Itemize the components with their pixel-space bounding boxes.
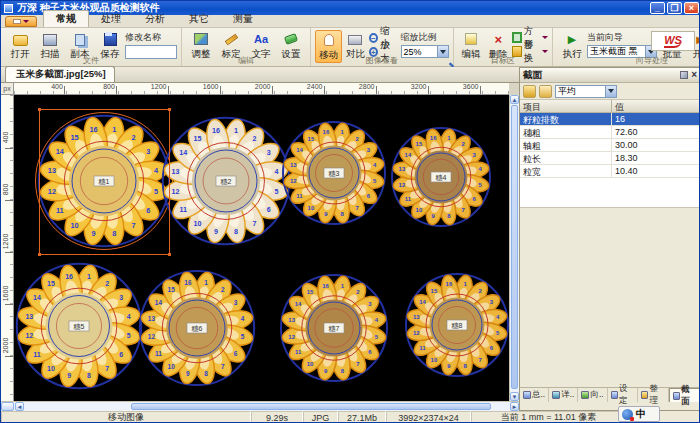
kernel-number: 7 [253, 220, 257, 228]
kernel-number: 16 [65, 273, 73, 280]
status-scale: 当前 1 mm = 11.01 像素 [471, 411, 626, 423]
kernel-number: 1 [87, 273, 91, 280]
pin-icon[interactable] [680, 71, 688, 79]
menu-tab-measure[interactable]: 测量 [221, 11, 265, 27]
corn-cob[interactable]: 12345678910111213141516穗5 [17, 264, 142, 389]
language-indicator: 中 [636, 407, 646, 421]
ribbon-group-target: 编辑 ×删除 方形 替换 目标区 [454, 28, 554, 66]
kernel-number: 16 [323, 129, 330, 135]
corn-cob[interactable]: 12345678910111213141516穗6 [140, 271, 255, 386]
ruler-label: 1600 [203, 83, 219, 90]
mode-select[interactable]: 平均 [555, 85, 617, 98]
column-header-value[interactable]: 值 [612, 100, 700, 112]
language-bar[interactable]: 中 [618, 406, 660, 422]
kernel-number: 13 [288, 317, 295, 323]
table-row[interactable]: 轴粗30.00 [520, 139, 700, 152]
tab-wizard[interactable]: 向.. [578, 388, 607, 402]
document-tab-strip: 玉米多截面.jpg[25%] [1, 67, 519, 83]
corn-cob[interactable]: 12345678910111213141516穗8 [406, 274, 508, 376]
kernel-number: 9 [186, 370, 190, 377]
cob-label: 穗7 [329, 325, 340, 333]
kernel-number: 1 [204, 279, 208, 286]
horizontal-scrollbar[interactable]: ◄ ► [1, 401, 519, 411]
kernel-number: 15 [47, 280, 55, 287]
kernel-number: 13 [399, 166, 406, 172]
edit-icon [465, 33, 477, 45]
selection-handle[interactable] [38, 108, 41, 111]
ruler-label: 2800 [359, 83, 375, 90]
panel-header: 截面 × [520, 68, 700, 83]
kernel-number: 11 [155, 350, 162, 357]
report-icon[interactable] [539, 85, 552, 98]
ruler-label: 400 [51, 83, 63, 90]
selection-handle[interactable] [168, 108, 171, 111]
table-row[interactable]: 粒宽10.40 [520, 165, 700, 178]
kernel-number: 11 [419, 345, 426, 351]
document-tab[interactable]: 玉米多截面.jpg[25%] [5, 66, 115, 82]
table-row[interactable]: 粒长18.30 [520, 152, 700, 165]
ruler-tick [376, 86, 377, 94]
delete-icon: × [494, 32, 502, 47]
ruler-tick [428, 86, 429, 94]
selection-rectangle[interactable] [39, 109, 170, 255]
group-label-wizard: 向导处理 [553, 55, 700, 66]
corn-cob[interactable]: 12345678910111213141516穗7 [281, 275, 388, 382]
open-folder-icon [13, 35, 28, 46]
vertical-scrollbar[interactable]: ▲ ▼ [509, 95, 519, 401]
panel-close-icon[interactable]: × [691, 71, 697, 79]
scroll-down-button[interactable]: ▼ [510, 392, 519, 401]
kernel-number: 14 [405, 152, 412, 158]
kernel-number: 7 [221, 363, 225, 370]
ruler-unit: px [1, 83, 14, 95]
kernel-number: 4 [241, 315, 245, 322]
ruler-tick [220, 86, 221, 94]
kernel-number: 1 [234, 127, 238, 135]
corn-cob[interactable]: 12345678910111213141516穗4 [392, 128, 490, 226]
selection-handle[interactable] [38, 253, 41, 256]
kernel-number: 12 [413, 330, 420, 336]
folder-icon [13, 19, 21, 24]
ribbon-group-view: 移动 对比 −缩小 +放大 缩放比例 25% 图像查看 [311, 28, 454, 66]
panel-empty-area [520, 208, 700, 334]
horizontal-scroll-thumb[interactable] [131, 403, 491, 410]
ruler-corner [1, 402, 14, 411]
image-canvas[interactable]: 12345678910111213141516穗1123456789101112… [14, 95, 509, 401]
section-panel: 截面 × 平均 项目 值 籽粒排数16 穗粗72.60 [519, 67, 700, 411]
kernel-number: 4 [275, 168, 279, 176]
corn-cob[interactable]: 12345678910111213141516穗3 [283, 122, 385, 224]
kernel-number: 5 [241, 333, 245, 340]
column-header-item[interactable]: 项目 [520, 100, 612, 112]
tab-section[interactable]: 截面 [669, 388, 700, 402]
tab-summary[interactable]: 总.. [520, 388, 549, 402]
kernel-number: 3 [234, 299, 238, 306]
menu-tab-analysis[interactable]: 分析 [133, 11, 177, 27]
kernel-number: 14 [419, 299, 426, 305]
ribbon-group-file: 打开 扫描 副本 保存 修改名称 文件 [1, 28, 182, 66]
selection-handle[interactable] [168, 253, 171, 256]
tab-setup[interactable]: 设定 [608, 388, 638, 402]
vertical-scroll-thumb[interactable] [511, 105, 518, 389]
scroll-up-button[interactable]: ▲ [510, 95, 519, 104]
table-row[interactable]: 穗粗72.60 [520, 126, 700, 139]
tab-organize[interactable]: 整理 [638, 388, 668, 402]
pencil-icon [224, 33, 238, 45]
tab-details[interactable]: 详.. [549, 388, 578, 402]
app-menu-button[interactable] [5, 16, 37, 27]
close-button[interactable]: × [684, 2, 699, 14]
corn-cob[interactable]: 12345678910111213141516穗2 [163, 118, 290, 245]
scroll-right-button[interactable]: ► [510, 402, 519, 411]
ruler-label: 1200 [2, 228, 9, 256]
menu-tab-other[interactable]: 其它 [177, 11, 221, 27]
export-icon[interactable] [523, 85, 536, 98]
table-row[interactable]: 籽粒排数16 [520, 113, 700, 126]
menu-tab-general[interactable]: 常规 [43, 10, 89, 27]
panel-toolbar: 平均 [520, 83, 700, 100]
kernel-number: 3 [119, 294, 123, 301]
restore-button[interactable]: ❐ [667, 2, 682, 14]
scroll-left-button[interactable]: ◄ [15, 402, 24, 411]
ruler-label: 2000 [2, 332, 9, 360]
minimize-button[interactable]: _ [650, 2, 665, 14]
menu-tab-process[interactable]: 处理 [89, 11, 133, 27]
kernel-number: 10 [168, 363, 176, 370]
image-viewer: 玉米多截面.jpg[25%] px 400 800 1200 1600 2000… [1, 67, 519, 411]
